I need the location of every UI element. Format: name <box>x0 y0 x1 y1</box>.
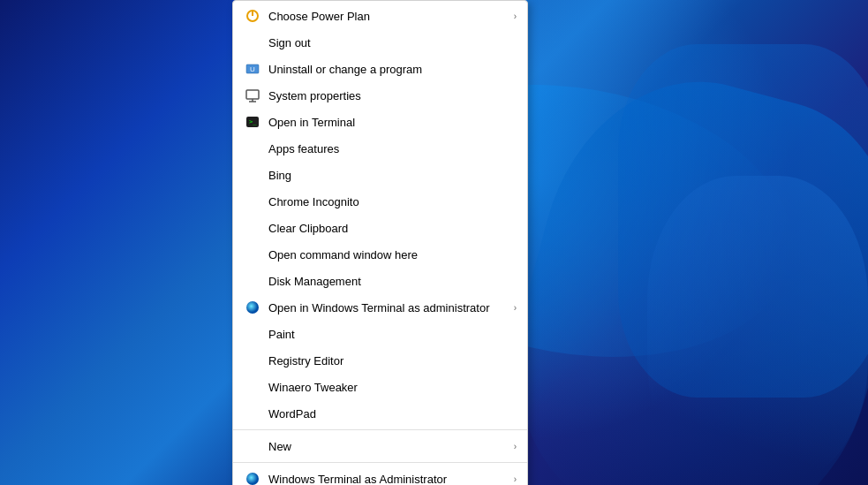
terminal-icon: >_ <box>244 113 261 131</box>
no-icon <box>244 219 261 237</box>
menu-item-clear-clipboard[interactable]: Clear Clipboard <box>233 215 527 241</box>
no-icon <box>244 437 261 455</box>
no-icon <box>244 193 261 210</box>
menu-item-label: Clear Clipboard <box>268 222 517 235</box>
menu-item-wordpad[interactable]: WordPad <box>233 400 527 427</box>
menu-item-label: Windows Terminal as Administrator <box>268 473 514 486</box>
menu-item-label: Open in Terminal <box>268 116 517 129</box>
wt-admin-icon-2 <box>244 470 261 485</box>
no-icon <box>244 405 261 422</box>
menu-item-open-wt-admin[interactable]: Open in Windows Terminal as administrato… <box>233 294 527 321</box>
submenu-arrow: › <box>514 303 517 313</box>
no-icon <box>244 378 261 396</box>
menu-item-label: Open in Windows Terminal as administrato… <box>268 301 514 314</box>
separator-2 <box>233 462 527 463</box>
svg-point-10 <box>246 473 259 485</box>
menu-item-label: WordPad <box>268 407 517 421</box>
menu-item-label: Apps features <box>268 142 517 155</box>
menu-item-label: Winaero Tweaker <box>268 381 517 394</box>
context-menu: Choose Power Plan › Sign out U Uninstall… <box>232 0 528 485</box>
no-icon <box>244 325 261 343</box>
menu-item-disk-management[interactable]: Disk Management <box>233 268 527 294</box>
menu-item-winaero-tweaker[interactable]: Winaero Tweaker <box>233 374 527 400</box>
menu-item-uninstall-program[interactable]: U Uninstall or change a program <box>233 56 527 82</box>
submenu-arrow: › <box>514 474 517 484</box>
submenu-arrow: › <box>514 11 517 21</box>
menu-item-label: Uninstall or change a program <box>268 63 517 76</box>
svg-rect-4 <box>246 90 259 99</box>
menu-item-label: Open command window here <box>268 248 517 261</box>
menu-item-sign-out[interactable]: Sign out <box>233 29 527 56</box>
menu-item-label: System properties <box>268 89 517 102</box>
menu-item-label: Choose Power Plan <box>268 10 514 23</box>
menu-item-open-terminal[interactable]: >_ Open in Terminal <box>233 109 527 135</box>
menu-item-paint[interactable]: Paint <box>233 321 527 347</box>
menu-item-registry-editor[interactable]: Registry Editor <box>233 347 527 374</box>
system-icon <box>244 87 261 104</box>
menu-item-windows-terminal-admin[interactable]: Windows Terminal as Administrator › <box>233 466 527 485</box>
no-icon <box>244 246 261 263</box>
uninstall-icon: U <box>244 60 261 78</box>
no-icon <box>244 34 261 51</box>
menu-item-system-properties[interactable]: System properties <box>233 82 527 109</box>
menu-item-label: Paint <box>268 328 517 341</box>
menu-item-label: Sign out <box>268 36 517 49</box>
menu-item-open-command-window[interactable]: Open command window here <box>233 241 527 268</box>
menu-item-chrome-incognito[interactable]: Chrome Incognito <box>233 188 527 215</box>
svg-text:U: U <box>250 65 255 73</box>
svg-point-9 <box>246 301 259 314</box>
submenu-arrow: › <box>514 442 517 451</box>
menu-item-label: Disk Management <box>268 275 517 288</box>
no-icon <box>244 140 261 157</box>
menu-item-new[interactable]: New › <box>233 433 527 459</box>
power-icon <box>244 7 261 25</box>
menu-item-bing[interactable]: Bing <box>233 162 527 188</box>
menu-item-choose-power-plan[interactable]: Choose Power Plan › <box>233 3 527 29</box>
no-icon <box>244 166 261 184</box>
menu-item-label: Chrome Incognito <box>268 195 517 208</box>
wt-admin-icon <box>244 299 261 316</box>
svg-text:>_: >_ <box>249 118 257 125</box>
menu-item-label: Bing <box>268 169 517 182</box>
separator-1 <box>233 429 527 430</box>
no-icon <box>244 352 261 369</box>
menu-item-label: New <box>268 440 514 453</box>
menu-item-apps-features[interactable]: Apps features <box>233 135 527 162</box>
menu-item-label: Registry Editor <box>268 354 517 368</box>
no-icon <box>244 272 261 290</box>
